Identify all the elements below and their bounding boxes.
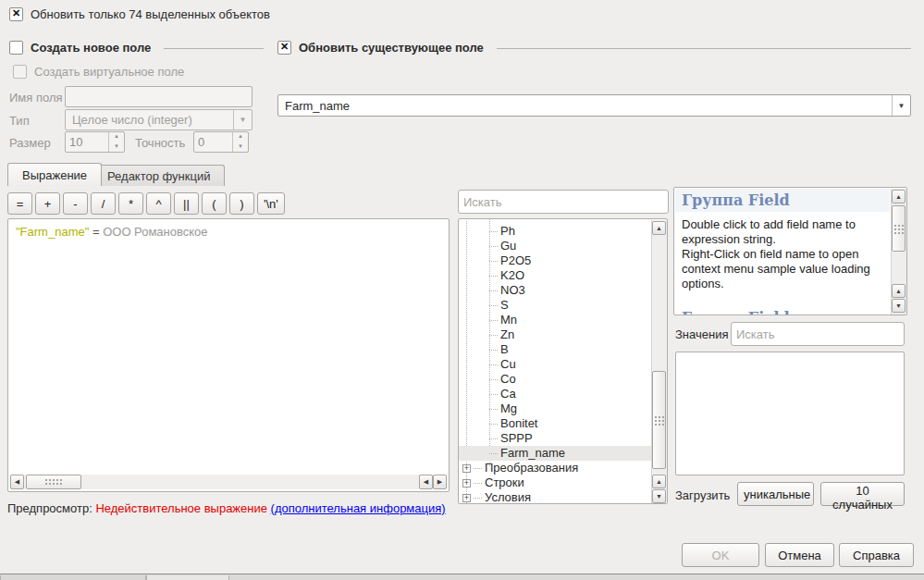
tab-function-editor[interactable]: Редактор функций (92, 165, 225, 186)
tree-item-field-Co[interactable]: Co (459, 372, 651, 387)
chevron-down-icon: ▼ (892, 95, 910, 116)
tree-item-field-Gu[interactable]: Gu (459, 239, 651, 253)
tree-branch-icon (489, 424, 498, 425)
function-search-input[interactable] (459, 191, 668, 213)
tree-item-field-Bonitet[interactable]: Bonitet (459, 416, 651, 431)
tab-expression[interactable]: Выражение (7, 163, 102, 186)
scrollbar-grip-icon (654, 415, 664, 426)
tree-item-field-Ph[interactable]: Ph (459, 224, 651, 239)
field-precision-spinbox[interactable]: ▲▼ (193, 131, 249, 153)
operator-button-6[interactable]: || (174, 192, 199, 215)
tree-item-field-P2O5[interactable]: P2O5 (459, 253, 651, 268)
tree-item-label: Ph (500, 224, 515, 239)
scroll-right-button[interactable]: ▶ (433, 475, 447, 489)
field-name-input[interactable] (66, 87, 252, 106)
update-existing-field-checkbox[interactable] (277, 41, 291, 55)
scroll-left-button[interactable]: ◀ (419, 475, 433, 489)
tree-item-label: Co (500, 372, 516, 387)
tree-item-label: Ca (500, 387, 516, 401)
scroll-down-button[interactable]: ▼ (892, 299, 906, 313)
tree-item-field-Ca[interactable]: Ca (459, 387, 651, 401)
scrollbar-grip-icon (44, 478, 63, 487)
preview-label: Предпросмотр: (7, 501, 92, 515)
expand-plus-icon[interactable]: + (462, 464, 471, 473)
tree-branch-icon (489, 438, 498, 439)
field-precision-input[interactable] (194, 132, 232, 152)
tree-item-field-SPPP[interactable]: SPPP (459, 431, 651, 446)
tree-item-field-NO3[interactable]: NO3 (459, 283, 651, 298)
operator-button-1[interactable]: + (35, 192, 60, 215)
spinner-arrows[interactable]: ▲▼ (108, 132, 124, 152)
operator-button-0[interactable]: = (7, 192, 32, 215)
tree-item-label: B (500, 342, 509, 357)
expand-plus-icon[interactable]: + (462, 479, 471, 487)
operator-button-3[interactable]: / (91, 192, 116, 215)
spin-down-icon: ▼ (233, 142, 248, 153)
preview-error-text: Недействительное выражение (95, 501, 267, 515)
tree-branch-icon (474, 483, 482, 484)
tree-branch-icon (489, 305, 498, 306)
tree-item-field-S[interactable]: S (459, 298, 651, 313)
scrollbar-thumb[interactable] (892, 205, 906, 252)
operator-button-2[interactable]: - (63, 192, 88, 215)
operator-button-8[interactable]: ) (229, 192, 254, 215)
scroll-up-button[interactable]: ▲ (892, 190, 906, 204)
tree-vertical-scrollbar[interactable]: ▲ ▲ ▼ (651, 220, 667, 504)
tree-item-field-Cu[interactable]: Cu (459, 357, 651, 372)
tree-branch-icon (489, 379, 498, 380)
tree-item-label: Mn (500, 313, 517, 327)
ok-button[interactable]: OK (682, 543, 759, 567)
expression-editor[interactable]: "Farm_name" = ООО Романовское ◀ ◀ ▶ (7, 218, 450, 492)
values-search-input[interactable] (732, 323, 904, 345)
tree-item-field-B[interactable]: B (459, 342, 651, 357)
expression-text: "Farm_name" = ООО Романовское (16, 225, 208, 239)
operator-button-5[interactable]: ^ (146, 192, 171, 215)
spinner-arrows[interactable]: ▲▼ (232, 132, 248, 152)
cancel-button[interactable]: Отмена (765, 543, 834, 567)
scroll-down-button[interactable]: ▼ (652, 489, 666, 503)
scrollbar-thumb[interactable] (26, 475, 81, 489)
function-tree-list: PhGuP2O5K2ONO3SMnZnBCuCoCaMgBonitetSPPPF… (459, 224, 651, 504)
existing-field-combobox[interactable]: Farm_name ▼ (277, 94, 911, 117)
tree-branch-icon (474, 468, 482, 469)
tree-item-field-Mn[interactable]: Mn (459, 313, 651, 327)
scroll-left-button[interactable]: ◀ (10, 475, 24, 489)
background-window-segment (0, 575, 146, 580)
tree-item-field-K2O[interactable]: K2O (459, 268, 651, 283)
field-size-spinbox[interactable]: ▲▼ (65, 131, 125, 153)
tree-item-field-Zn[interactable]: Zn (459, 327, 651, 342)
tree-branch-icon (489, 246, 498, 247)
load-random-values-button[interactable]: 10 случайных (820, 482, 905, 506)
tree-branch-icon (489, 231, 498, 232)
field-type-combobox[interactable]: Целое число (integer) ▼ (65, 109, 253, 130)
operator-button-9[interactable]: '\n' (257, 192, 285, 215)
scrollbar-thumb[interactable] (652, 371, 666, 469)
load-unique-values-button[interactable]: уникальные (737, 482, 814, 506)
scroll-up-button[interactable]: ▲ (652, 475, 666, 488)
help-button[interactable]: Справка (839, 543, 914, 567)
update-selected-only-checkbox[interactable] (9, 7, 23, 21)
operator-button-4[interactable]: * (118, 192, 143, 215)
tree-item-field-Farm_name[interactable]: Farm_name (459, 446, 651, 461)
field-name-label: Имя поля (9, 91, 63, 105)
create-new-field-checkbox[interactable] (9, 41, 23, 55)
scroll-up-button[interactable]: ▲ (652, 221, 666, 235)
help-vertical-scrollbar[interactable]: ▲ ▲ ▼ (891, 189, 906, 315)
tree-group-Строки[interactable]: +Строки (459, 475, 651, 490)
create-new-field-group-header: Создать новое поле (9, 41, 264, 55)
tree-group-Преобразования[interactable]: +Преобразования (459, 461, 651, 475)
values-list[interactable] (675, 352, 905, 475)
tree-item-field-Mg[interactable]: Mg (459, 401, 651, 416)
expression-horizontal-scrollbar[interactable]: ◀ ◀ ▶ (10, 475, 447, 489)
update-existing-field-group-header: Обновить существующее поле (277, 41, 911, 55)
expand-plus-icon[interactable]: + (462, 494, 471, 502)
scrollbar-track[interactable] (81, 475, 419, 489)
field-size-label: Размер (9, 136, 51, 150)
field-size-input[interactable] (66, 132, 108, 152)
help-body-line1: Double click to add field name to expres… (682, 217, 879, 247)
tree-group-Условия[interactable]: +Условия (459, 490, 651, 504)
scroll-up-button[interactable]: ▲ (892, 284, 906, 298)
preview-more-info-link[interactable]: (дополнительная информация) (271, 501, 446, 515)
operator-button-7[interactable]: ( (202, 192, 227, 215)
create-virtual-field-checkbox[interactable] (13, 65, 27, 79)
